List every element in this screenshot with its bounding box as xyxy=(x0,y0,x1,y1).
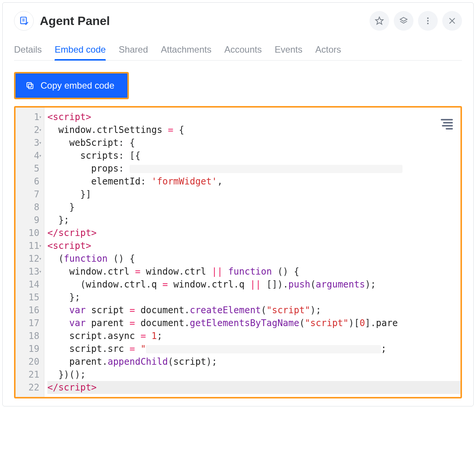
code-line[interactable]: <script> xyxy=(47,239,460,252)
tab-bar: Details Embed code Shared Attachments Ac… xyxy=(14,42,462,61)
tab-shared[interactable]: Shared xyxy=(119,42,148,60)
code-line[interactable]: window.ctrl = window.ctrl || function ()… xyxy=(47,265,460,278)
more-vertical-icon xyxy=(423,16,432,25)
page-title: Agent Panel xyxy=(40,14,110,28)
tab-accounts[interactable]: Accounts xyxy=(224,42,262,60)
code-line[interactable]: </script> xyxy=(47,381,460,394)
agent-panel: Agent Panel Details Embed code Shared At… xyxy=(2,2,474,406)
copy-embed-code-button[interactable]: Copy embed code xyxy=(16,73,127,98)
code-line[interactable]: (function () { xyxy=(47,252,460,265)
svg-rect-10 xyxy=(28,84,33,89)
panel-app-icon xyxy=(14,11,34,31)
svg-marker-4 xyxy=(400,17,407,21)
close-icon xyxy=(448,16,457,25)
copy-icon xyxy=(25,81,34,90)
code-line[interactable]: var parent = document.getElementsByTagNa… xyxy=(47,317,460,330)
code-editor[interactable]: 1▾2▾3▾4▾567891011▾12▾13▾1415161718192021… xyxy=(16,108,460,397)
note-check-icon xyxy=(19,16,29,26)
layers-button[interactable] xyxy=(394,11,413,31)
code-line[interactable]: parent.appendChild(script); xyxy=(47,355,460,368)
code-line[interactable]: } xyxy=(47,201,460,214)
svg-marker-3 xyxy=(376,17,383,24)
code-line[interactable]: script.async = 1; xyxy=(47,330,460,342)
svg-point-5 xyxy=(427,17,429,19)
code-line[interactable]: script.src = "; xyxy=(47,342,460,355)
code-editor-highlight: 1▾2▾3▾4▾567891011▾12▾13▾1415161718192021… xyxy=(14,106,462,398)
code-line[interactable]: props: xyxy=(47,162,460,175)
code-line[interactable]: }; xyxy=(47,214,460,227)
code-content[interactable]: <script> window.ctrlSettings = { webScri… xyxy=(44,108,460,397)
code-line[interactable]: window.ctrlSettings = { xyxy=(47,123,460,136)
svg-point-7 xyxy=(427,23,429,24)
code-line[interactable]: scripts: [{ xyxy=(47,149,460,162)
code-line[interactable]: <script> xyxy=(47,111,460,123)
close-button[interactable] xyxy=(442,11,462,31)
code-line[interactable]: }; xyxy=(47,291,460,304)
panel-header: Agent Panel xyxy=(3,3,473,35)
tab-attachments[interactable]: Attachments xyxy=(161,42,211,60)
tab-events[interactable]: Events xyxy=(275,42,302,60)
code-line[interactable]: var script = document.createElement("scr… xyxy=(47,304,460,317)
tab-embed-code[interactable]: Embed code xyxy=(55,42,106,60)
star-icon xyxy=(375,16,384,25)
layers-icon xyxy=(399,16,408,25)
code-gutter: 1▾2▾3▾4▾567891011▾12▾13▾1415161718192021… xyxy=(16,108,44,397)
copy-button-highlight: Copy embed code xyxy=(14,72,129,99)
code-line[interactable]: }] xyxy=(47,188,460,201)
code-line[interactable]: (window.ctrl.q = window.ctrl.q || []).pu… xyxy=(47,278,460,291)
word-wrap-button[interactable] xyxy=(441,117,453,130)
favorite-button[interactable] xyxy=(370,11,389,31)
header-actions xyxy=(370,11,462,31)
svg-rect-11 xyxy=(27,83,31,87)
copy-button-label: Copy embed code xyxy=(41,80,114,91)
tab-actors[interactable]: Actors xyxy=(315,42,341,60)
code-line[interactable]: })(); xyxy=(47,368,460,381)
code-line[interactable]: webScript: { xyxy=(47,136,460,149)
code-line[interactable]: </script> xyxy=(47,227,460,239)
tab-details[interactable]: Details xyxy=(14,42,42,60)
svg-point-6 xyxy=(427,20,429,22)
code-line[interactable]: elementId: 'formWidget', xyxy=(47,175,460,188)
more-button[interactable] xyxy=(418,11,438,31)
